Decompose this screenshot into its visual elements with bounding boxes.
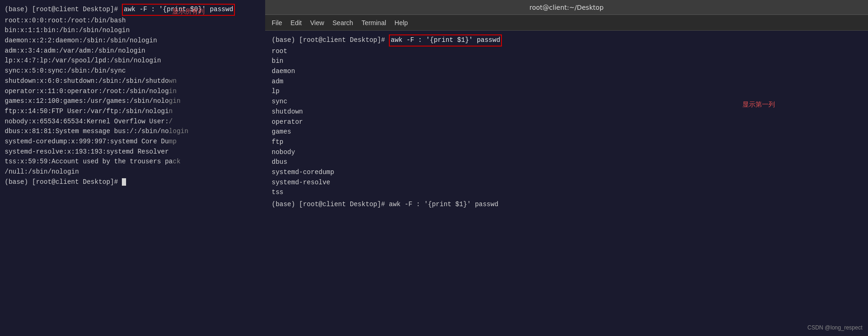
list-item: bin:x:1:1:bin:/bin:/sbin/nologin (5, 26, 260, 36)
list-item: daemon:x:2:2:daemon:/sbin:/sbin/nologin (5, 36, 260, 46)
menubar[interactable]: File Edit View Search Terminal Help (265, 15, 868, 31)
list-item: daemon (272, 67, 861, 77)
list-item: operator (272, 117, 861, 128)
menu-search[interactable]: Search (333, 19, 353, 27)
menu-file[interactable]: File (272, 19, 282, 27)
list-item: bin (272, 56, 861, 67)
watermark: CSDN @long_respect (808, 323, 862, 332)
list-item: root (272, 47, 861, 57)
list-item: nobody (272, 148, 861, 158)
left-prompt-line: (base) [root@client Desktop]# awk -F : '… (5, 4, 260, 16)
main-container: (base) [root@client Desktop]# awk -F : '… (0, 0, 868, 336)
list-item: games (272, 127, 861, 137)
right-terminal-content[interactable]: (base) [root@client Desktop]# awk -F : '… (265, 31, 868, 336)
right-command2: awk -F : '{print $1}' passwd (389, 201, 498, 208)
list-item: lp:x:4:7:lp:/var/spool/lpd:/sbin/nologin (5, 56, 260, 66)
list-item: dbus (272, 157, 861, 168)
list-item: nobody:x:65534:65534:Kernel Overflow Use… (5, 117, 260, 127)
left-annotation: 显示所有列 (172, 7, 205, 17)
menu-edit[interactable]: Edit (291, 19, 302, 27)
right-command-highlight: awk -F : '{print $1}' passwd (389, 34, 502, 47)
menu-terminal[interactable]: Terminal (361, 19, 386, 27)
list-item: ftp (272, 137, 861, 148)
menu-view[interactable]: View (310, 19, 324, 27)
list-item: systemd-coredump (272, 168, 861, 178)
list-item: dbus:x:81:81:System message bus:/:/sbin/… (5, 127, 260, 137)
titlebar: root@client:~/Desktop (265, 0, 868, 15)
list-item: systemd-coredump:x:999:997:systemd Core … (5, 137, 260, 147)
left-prompt2-line: (base) [root@client Desktop]# (5, 177, 260, 188)
list-item: lp (272, 87, 861, 97)
right-output: root bin daemon adm lp sync shutdown ope… (272, 47, 861, 198)
list-item: adm:x:3:4:adm:/var/adm:/sbin/nologin (5, 46, 260, 56)
cursor (122, 178, 126, 186)
left-prompt: (base) [root@client Desktop]# (5, 6, 118, 13)
list-item: systemd-resolve:x:193:193:systemd Resolv… (5, 147, 260, 157)
menu-help[interactable]: Help (394, 19, 408, 27)
left-output: root:x:0:0:root:/root:/bin/bash bin:x:1:… (5, 16, 260, 177)
left-terminal-panel[interactable]: (base) [root@client Desktop]# awk -F : '… (0, 0, 265, 336)
list-item: /null:/sbin/nologin (5, 167, 260, 177)
list-item: tss:x:59:59:Account used by the trousers… (5, 157, 260, 167)
right-annotation: 显示第一列 (742, 100, 775, 110)
list-item: tss (272, 188, 861, 198)
right-prompt-line: (base) [root@client Desktop]# awk -F : '… (272, 34, 861, 47)
list-item: root:x:0:0:root:/root:/bin/bash (5, 16, 260, 26)
list-item: operator:x:11:0:operator:/root:/sbin/nol… (5, 87, 260, 97)
right-prompt2-line: (base) [root@client Desktop]# awk -F : '… (272, 200, 861, 210)
list-item: ftp:x:14:50:FTP User:/var/ftp:/sbin/nolo… (5, 107, 260, 117)
list-item: adm (272, 77, 861, 87)
titlebar-text: root@client:~/Desktop (529, 4, 603, 11)
list-item: systemd-resolve (272, 178, 861, 188)
left-prompt2: (base) [root@client Desktop]# (5, 178, 118, 186)
right-panel: root@client:~/Desktop File Edit View Sea… (265, 0, 868, 336)
list-item: sync:x:5:0:sync:/sbin:/bin/sync (5, 66, 260, 76)
right-prompt: (base) [root@client Desktop]# (272, 36, 385, 44)
list-item: games:x:12:100:games:/usr/games:/sbin/no… (5, 96, 260, 107)
list-item: shutdown:x:6:0:shutdown:/sbin:/sbin/shut… (5, 76, 260, 87)
right-prompt2: (base) [root@client Desktop]# (272, 201, 385, 208)
